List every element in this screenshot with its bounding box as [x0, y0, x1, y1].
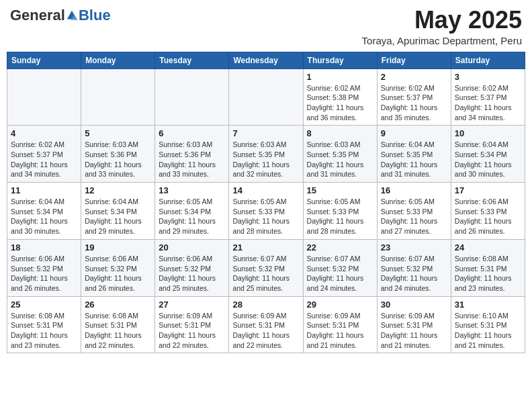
- day-number: 29: [307, 300, 373, 310]
- weekday-header-wednesday: Wednesday: [229, 52, 303, 68]
- day-number: 17: [455, 185, 521, 195]
- calendar-cell: 22Sunrise: 6:07 AMSunset: 5:32 PMDayligh…: [303, 239, 377, 296]
- weekday-header-friday: Friday: [377, 52, 451, 68]
- calendar-cell: 15Sunrise: 6:05 AMSunset: 5:33 PMDayligh…: [303, 183, 377, 240]
- day-number: 10: [455, 128, 521, 138]
- day-number: 7: [232, 128, 299, 138]
- day-info: Sunrise: 6:02 AMSunset: 5:38 PMDaylight:…: [307, 83, 373, 123]
- calendar-week-row: 18Sunrise: 6:06 AMSunset: 5:32 PMDayligh…: [7, 239, 525, 296]
- day-info: Sunrise: 6:02 AMSunset: 5:37 PMDaylight:…: [11, 140, 77, 179]
- page-header: General Blue May 2025 Toraya, Apurimac D…: [7, 7, 525, 46]
- day-number: 24: [455, 242, 521, 253]
- calendar-cell: 18Sunrise: 6:06 AMSunset: 5:32 PMDayligh…: [7, 239, 81, 296]
- calendar-cell: 11Sunrise: 6:04 AMSunset: 5:34 PMDayligh…: [7, 183, 81, 240]
- day-info: Sunrise: 6:06 AMSunset: 5:32 PMDaylight:…: [11, 254, 77, 293]
- day-info: Sunrise: 6:08 AMSunset: 5:31 PMDaylight:…: [455, 254, 521, 293]
- day-number: 2: [381, 72, 447, 82]
- calendar-cell: 3Sunrise: 6:02 AMSunset: 5:37 PMDaylight…: [451, 68, 525, 126]
- day-number: 11: [11, 185, 77, 195]
- day-number: 14: [232, 185, 299, 195]
- location-title: Toraya, Apurimac Department, Peru: [362, 35, 522, 46]
- day-info: Sunrise: 6:03 AMSunset: 5:36 PMDaylight:…: [159, 140, 225, 179]
- calendar-cell: 2Sunrise: 6:02 AMSunset: 5:37 PMDaylight…: [377, 68, 451, 126]
- calendar-cell: 26Sunrise: 6:08 AMSunset: 5:31 PMDayligh…: [81, 296, 155, 353]
- day-number: 6: [159, 128, 225, 138]
- day-info: Sunrise: 6:07 AMSunset: 5:32 PMDaylight:…: [232, 254, 299, 293]
- day-number: 16: [381, 185, 447, 195]
- day-info: Sunrise: 6:06 AMSunset: 5:32 PMDaylight:…: [159, 254, 225, 293]
- weekday-header-sunday: Sunday: [7, 52, 81, 68]
- day-info: Sunrise: 6:10 AMSunset: 5:31 PMDaylight:…: [455, 311, 521, 351]
- day-info: Sunrise: 6:04 AMSunset: 5:34 PMDaylight:…: [85, 197, 151, 236]
- calendar-week-row: 11Sunrise: 6:04 AMSunset: 5:34 PMDayligh…: [7, 183, 525, 240]
- weekday-header-thursday: Thursday: [303, 52, 377, 68]
- calendar-table: SundayMondayTuesdayWednesdayThursdayFrid…: [7, 52, 525, 354]
- day-number: 5: [85, 128, 151, 138]
- calendar-cell: 6Sunrise: 6:03 AMSunset: 5:36 PMDaylight…: [155, 126, 229, 183]
- day-info: Sunrise: 6:05 AMSunset: 5:33 PMDaylight:…: [307, 197, 373, 236]
- calendar-cell: 5Sunrise: 6:03 AMSunset: 5:36 PMDaylight…: [81, 126, 155, 183]
- calendar-cell: 25Sunrise: 6:08 AMSunset: 5:31 PMDayligh…: [7, 296, 81, 353]
- day-info: Sunrise: 6:03 AMSunset: 5:35 PMDaylight:…: [232, 140, 299, 179]
- day-info: Sunrise: 6:05 AMSunset: 5:34 PMDaylight:…: [159, 197, 225, 236]
- calendar-cell: [7, 68, 81, 126]
- day-info: Sunrise: 6:05 AMSunset: 5:33 PMDaylight:…: [381, 197, 447, 236]
- day-info: Sunrise: 6:04 AMSunset: 5:34 PMDaylight:…: [11, 197, 77, 236]
- calendar-cell: 30Sunrise: 6:09 AMSunset: 5:31 PMDayligh…: [377, 296, 451, 353]
- weekday-header-tuesday: Tuesday: [155, 52, 229, 68]
- day-info: Sunrise: 6:04 AMSunset: 5:34 PMDaylight:…: [455, 140, 521, 179]
- day-number: 31: [455, 300, 521, 310]
- calendar-cell: [81, 68, 155, 126]
- day-number: 30: [381, 300, 447, 310]
- day-info: Sunrise: 6:09 AMSunset: 5:31 PMDaylight:…: [232, 311, 299, 351]
- day-number: 28: [232, 300, 299, 310]
- calendar-cell: 27Sunrise: 6:09 AMSunset: 5:31 PMDayligh…: [155, 296, 229, 353]
- day-info: Sunrise: 6:09 AMSunset: 5:31 PMDaylight:…: [381, 311, 447, 351]
- day-number: 25: [11, 300, 77, 310]
- calendar-cell: [155, 68, 229, 126]
- logo-icon: [66, 9, 78, 21]
- day-info: Sunrise: 6:06 AMSunset: 5:32 PMDaylight:…: [85, 254, 151, 293]
- weekday-header-monday: Monday: [81, 52, 155, 68]
- day-number: 4: [11, 128, 77, 138]
- weekday-header-saturday: Saturday: [451, 52, 525, 68]
- day-info: Sunrise: 6:03 AMSunset: 5:36 PMDaylight:…: [85, 140, 151, 179]
- calendar-cell: 23Sunrise: 6:07 AMSunset: 5:32 PMDayligh…: [377, 239, 451, 296]
- calendar-cell: 8Sunrise: 6:03 AMSunset: 5:35 PMDaylight…: [303, 126, 377, 183]
- calendar-week-row: 4Sunrise: 6:02 AMSunset: 5:37 PMDaylight…: [7, 126, 525, 183]
- day-number: 27: [159, 300, 225, 310]
- day-number: 8: [307, 128, 373, 138]
- day-info: Sunrise: 6:06 AMSunset: 5:33 PMDaylight:…: [455, 197, 521, 236]
- day-number: 23: [381, 242, 447, 253]
- calendar-cell: 12Sunrise: 6:04 AMSunset: 5:34 PMDayligh…: [81, 183, 155, 240]
- calendar-cell: 29Sunrise: 6:09 AMSunset: 5:31 PMDayligh…: [303, 296, 377, 353]
- calendar-week-row: 25Sunrise: 6:08 AMSunset: 5:31 PMDayligh…: [7, 296, 525, 353]
- calendar-cell: 1Sunrise: 6:02 AMSunset: 5:38 PMDaylight…: [303, 68, 377, 126]
- calendar-cell: 9Sunrise: 6:04 AMSunset: 5:35 PMDaylight…: [377, 126, 451, 183]
- day-number: 12: [85, 185, 151, 195]
- day-info: Sunrise: 6:05 AMSunset: 5:33 PMDaylight:…: [232, 197, 299, 236]
- day-info: Sunrise: 6:02 AMSunset: 5:37 PMDaylight:…: [381, 83, 447, 123]
- title-block: May 2025 Toraya, Apurimac Department, Pe…: [362, 7, 522, 46]
- day-number: 18: [11, 242, 77, 253]
- calendar-cell: 13Sunrise: 6:05 AMSunset: 5:34 PMDayligh…: [155, 183, 229, 240]
- calendar-cell: 28Sunrise: 6:09 AMSunset: 5:31 PMDayligh…: [229, 296, 303, 353]
- day-number: 20: [159, 242, 225, 253]
- calendar-cell: 17Sunrise: 6:06 AMSunset: 5:33 PMDayligh…: [451, 183, 525, 240]
- calendar-cell: 24Sunrise: 6:08 AMSunset: 5:31 PMDayligh…: [451, 239, 525, 296]
- calendar-week-row: 1Sunrise: 6:02 AMSunset: 5:38 PMDaylight…: [7, 68, 525, 126]
- day-info: Sunrise: 6:08 AMSunset: 5:31 PMDaylight:…: [85, 311, 151, 351]
- calendar-cell: 7Sunrise: 6:03 AMSunset: 5:35 PMDaylight…: [229, 126, 303, 183]
- day-number: 21: [232, 242, 299, 253]
- day-info: Sunrise: 6:09 AMSunset: 5:31 PMDaylight:…: [307, 311, 373, 351]
- day-number: 9: [381, 128, 447, 138]
- day-info: Sunrise: 6:08 AMSunset: 5:31 PMDaylight:…: [11, 311, 77, 351]
- month-title: May 2025: [362, 7, 522, 34]
- calendar-cell: [229, 68, 303, 126]
- day-number: 13: [159, 185, 225, 195]
- day-info: Sunrise: 6:09 AMSunset: 5:31 PMDaylight:…: [159, 311, 225, 351]
- day-number: 26: [85, 300, 151, 310]
- day-info: Sunrise: 6:04 AMSunset: 5:35 PMDaylight:…: [381, 140, 447, 179]
- calendar-cell: 16Sunrise: 6:05 AMSunset: 5:33 PMDayligh…: [377, 183, 451, 240]
- day-number: 22: [307, 242, 373, 253]
